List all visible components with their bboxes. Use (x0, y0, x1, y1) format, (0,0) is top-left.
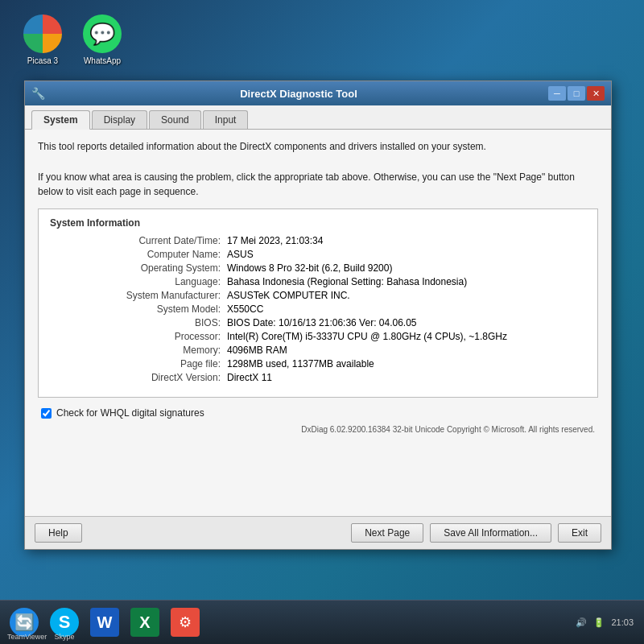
value-manufacturer: ASUSTeK COMPUTER INC. (227, 290, 586, 301)
volume-icon: 🔊 (576, 617, 587, 628)
whatsapp-label: WhatsApp (84, 56, 121, 65)
table-row: Page file: 1298MB used, 11377MB availabl… (50, 358, 586, 369)
taskbar-dxdiag[interactable]: ⚙ (168, 605, 202, 639)
taskbar-skype[interactable]: S Skype (47, 605, 81, 639)
label-processor: Processor: (50, 331, 227, 342)
taskbar-teamviewer[interactable]: 🔄 TeamViewer (7, 605, 41, 639)
next-page-button[interactable]: Next Page (351, 523, 423, 543)
tab-system[interactable]: System (31, 110, 90, 130)
window-content: This tool reports detailed information a… (25, 130, 611, 516)
table-row: Current Date/Time: 17 Mei 2023, 21:03:34 (50, 235, 586, 246)
copyright-text: DxDiag 6.02.9200.16384 32-bit Unicode Co… (38, 425, 598, 434)
maximize-button[interactable]: □ (568, 86, 585, 101)
table-row: Computer Name: ASUS (50, 249, 586, 260)
info-text-2: If you know what area is causing the pro… (38, 170, 598, 199)
close-button[interactable]: ✕ (587, 86, 605, 101)
dxdiag-window: 🔧 DirectX Diagnostic Tool ─ □ ✕ System D… (24, 80, 612, 550)
label-language: Language: (50, 276, 227, 287)
table-row: System Model: X550CC (50, 303, 586, 315)
label-bios: BIOS: (50, 317, 227, 328)
label-model: System Model: (50, 303, 227, 315)
value-directx: DirectX 11 (227, 372, 586, 383)
titlebar: 🔧 DirectX Diagnostic Tool ─ □ ✕ (25, 81, 611, 105)
teamviewer-label: TeamViewer (7, 633, 41, 641)
whql-checkbox[interactable] (41, 408, 52, 419)
info-text-1: This tool reports detailed information a… (38, 139, 598, 154)
value-memory: 4096MB RAM (227, 345, 586, 356)
value-model: X550CC (227, 303, 586, 315)
label-datetime: Current Date/Time: (50, 235, 227, 246)
tab-sound[interactable]: Sound (149, 110, 201, 129)
label-manufacturer: System Manufacturer: (50, 290, 227, 301)
save-all-button[interactable]: Save All Information... (430, 523, 551, 543)
desktop-icon-picasa[interactable]: Picasa 3 (14, 14, 71, 65)
taskbar-tray: 🔊 🔋 21:03 (576, 617, 640, 628)
taskbar: 🔄 TeamViewer S Skype W X ⚙ 🔊 🔋 21:03 (0, 600, 644, 644)
value-language: Bahasa Indonesia (Regional Setting: Baha… (227, 276, 586, 287)
tab-bar: System Display Sound Input (25, 105, 611, 130)
value-pagefile: 1298MB used, 11377MB available (227, 358, 586, 369)
label-os: Operating System: (50, 262, 227, 274)
picasa-icon (23, 14, 62, 53)
value-computer: ASUS (227, 249, 586, 260)
taskbar-excel[interactable]: X (128, 605, 162, 639)
tab-input[interactable]: Input (203, 110, 249, 129)
table-row: Language: Bahasa Indonesia (Regional Set… (50, 276, 586, 287)
taskbar-word[interactable]: W (88, 605, 122, 639)
whql-label: Check for WHQL digital signatures (56, 407, 204, 419)
skype-label: Skype (47, 633, 81, 641)
whatsapp-icon: 💬 (83, 14, 122, 53)
table-row: Operating System: Windows 8 Pro 32-bit (… (50, 262, 586, 274)
whql-checkbox-row: Check for WHQL digital signatures (41, 407, 598, 419)
clock: 21:03 (611, 617, 634, 627)
window-controls: ─ □ ✕ (548, 86, 605, 101)
window-icon: 🔧 (31, 87, 44, 100)
minimize-button[interactable]: ─ (548, 86, 566, 101)
help-button[interactable]: Help (35, 523, 82, 543)
label-pagefile: Page file: (50, 358, 227, 369)
value-datetime: 17 Mei 2023, 21:03:34 (227, 235, 586, 246)
picasa-label: Picasa 3 (27, 56, 58, 65)
value-bios: BIOS Date: 10/16/13 21:06:36 Ver: 04.06.… (227, 317, 586, 328)
battery-icon: 🔋 (593, 617, 605, 628)
button-bar: Help Next Page Save All Information... E… (25, 516, 611, 549)
window-title: DirectX Diagnostic Tool (49, 88, 548, 100)
table-row: System Manufacturer: ASUSTeK COMPUTER IN… (50, 290, 586, 301)
table-row: BIOS: BIOS Date: 10/16/13 21:06:36 Ver: … (50, 317, 586, 328)
system-info-section: System Information Current Date/Time: 17… (38, 208, 598, 398)
value-os: Windows 8 Pro 32-bit (6.2, Build 9200) (227, 262, 586, 274)
label-computer: Computer Name: (50, 249, 227, 260)
table-row: Processor: Intel(R) Core(TM) i5-3337U CP… (50, 331, 586, 342)
label-directx: DirectX Version: (50, 372, 227, 383)
label-memory: Memory: (50, 345, 227, 356)
section-title: System Information (50, 217, 586, 229)
table-row: Memory: 4096MB RAM (50, 345, 586, 356)
tab-display[interactable]: Display (92, 110, 147, 129)
table-row: DirectX Version: DirectX 11 (50, 372, 586, 383)
exit-button[interactable]: Exit (558, 523, 601, 543)
value-processor: Intel(R) Core(TM) i5-3337U CPU @ 1.80GHz… (227, 331, 586, 342)
desktop: Picasa 3 💬 WhatsApp 🔧 DirectX Diagnostic… (0, 0, 644, 644)
desktop-icon-whatsapp[interactable]: 💬 WhatsApp (74, 14, 130, 65)
